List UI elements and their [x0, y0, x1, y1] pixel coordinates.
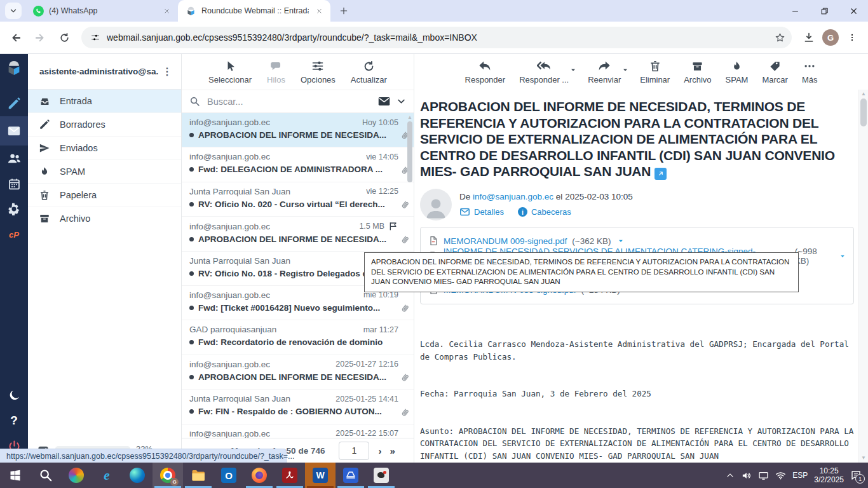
reply-all-button[interactable]: Responder ... — [519, 59, 569, 85]
next-page-button[interactable]: › — [378, 445, 381, 456]
java-app-button[interactable] — [366, 463, 397, 488]
chrome-button[interactable]: G — [153, 463, 183, 488]
folder-inbox[interactable]: Entrada — [28, 90, 181, 113]
back-button[interactable] — [5, 27, 27, 48]
cpanel-button[interactable]: cP — [0, 222, 28, 247]
message-row[interactable]: Junta Parroquial San Juan2025-01-25 14:4… — [182, 390, 414, 424]
reload-button[interactable] — [53, 27, 75, 48]
window-restore-button[interactable] — [810, 0, 839, 22]
unread-dot — [189, 133, 194, 137]
message-row[interactable]: Junta Parroquial San Juanvie 12:25 RV: O… — [182, 182, 414, 217]
profile-avatar[interactable]: G — [822, 29, 839, 46]
start-button[interactable] — [0, 463, 31, 488]
reply-button[interactable]: Responder — [465, 59, 506, 85]
details-link[interactable]: Detalles — [459, 207, 504, 217]
page-number-input[interactable] — [339, 442, 369, 460]
attachment-name[interactable]: MEMORANDUM 009-signed.pdf — [444, 236, 567, 246]
folder-spam[interactable]: SPAM — [28, 160, 181, 184]
search-options-chevron-icon[interactable] — [397, 97, 406, 106]
folder-label: Papelera — [60, 190, 97, 200]
help-button[interactable]: ? — [0, 408, 28, 433]
calendar-nav-button[interactable] — [0, 171, 28, 196]
external-link-icon[interactable] — [654, 168, 667, 180]
scanner-app-button[interactable] — [336, 463, 366, 488]
tab-close-icon[interactable] — [161, 6, 172, 16]
tab-roundcube[interactable]: Roundcube Webmail :: Entrada — [178, 0, 330, 22]
attachment-menu-icon[interactable] — [618, 238, 624, 244]
reply-all-caret-icon[interactable] — [570, 67, 576, 73]
wifi-icon[interactable] — [775, 470, 786, 481]
archive-icon — [38, 213, 51, 224]
bookmark-star-icon[interactable] — [775, 32, 785, 43]
reading-pane-scrollbar[interactable]: ▲ ▼ — [858, 90, 868, 463]
browser-menu-button[interactable] — [841, 27, 863, 48]
options-button[interactable]: Opciones — [301, 59, 336, 85]
last-page-button[interactable]: » — [390, 445, 394, 456]
threads-button[interactable]: Hilos — [267, 59, 285, 85]
window-close-button[interactable] — [839, 0, 868, 22]
volume-icon[interactable] — [741, 470, 752, 481]
message-row[interactable]: info@sanjuan.gob.ecHoy 10:05 APROBACION … — [182, 113, 414, 147]
tab-search-button[interactable] — [5, 3, 22, 19]
edge-button[interactable] — [122, 463, 153, 488]
delete-button[interactable]: Eliminar — [640, 59, 670, 85]
message-row[interactable]: info@sanjuan.gob.ecvie 14:05 Fwd: DELEGA… — [182, 147, 414, 182]
headers-link[interactable]: i Cabeceras — [518, 207, 571, 217]
language-indicator[interactable]: ESP — [792, 471, 808, 480]
from-line: De info@sanjuan.gob.ec el 2025-02-03 10:… — [459, 192, 633, 201]
window-minimize-button[interactable] — [780, 0, 810, 22]
mail-nav-button[interactable] — [0, 116, 28, 146]
pdf-file-icon — [428, 236, 438, 246]
paperclip-icon — [399, 200, 410, 211]
message-row[interactable]: info@sanjuan.gob.ec2025-01-22 15:07 — [182, 424, 414, 438]
outlook-button[interactable]: O — [214, 463, 244, 488]
compose-button[interactable] — [0, 91, 28, 116]
message-row[interactable]: GAD parroquiasanjuanmar 11:27 Fwd: Recor… — [182, 320, 414, 355]
taskbar-clock[interactable]: 10:25 3/2/2025 — [814, 466, 844, 484]
action-center-button[interactable]: 1 — [850, 470, 862, 481]
refresh-button[interactable]: Actualizar — [351, 59, 387, 85]
windows-taskbar: e G O W ESP 10:25 3/2/2025 1 — [0, 463, 868, 488]
message-row[interactable]: info@sanjuan.gob.ec2025-01-27 12:16 APRO… — [182, 355, 414, 390]
downloads-button[interactable] — [798, 27, 820, 48]
folder-drafts[interactable]: Borradores — [28, 113, 181, 137]
tray-expand-button[interactable] — [726, 471, 735, 480]
message-subject: APROBACION DEL INFORME DE NECESIDA... — [198, 130, 398, 140]
settings-nav-button[interactable] — [0, 196, 28, 222]
archive-button[interactable]: Archivo — [684, 59, 711, 85]
message-date: Hoy 10:05 — [362, 118, 398, 127]
forward-caret-icon[interactable] — [622, 67, 628, 73]
forward-button[interactable]: Reenviar — [588, 59, 621, 85]
tab-whatsapp[interactable]: (4) WhatsApp — [25, 0, 178, 22]
url-text[interactable]: webmail.sanjuan.gob.ec/cpsess9515392480/… — [107, 32, 768, 43]
list-scrollbar[interactable]: ▲ — [407, 114, 413, 182]
firefox-button[interactable] — [244, 463, 275, 488]
connect-display-icon[interactable] — [758, 470, 769, 481]
folder-trash[interactable]: Papelera — [28, 184, 181, 207]
search-input[interactable] — [206, 96, 372, 107]
scope-envelope-icon[interactable] — [377, 95, 391, 108]
taskbar-search-button[interactable] — [31, 463, 61, 488]
dark-mode-button[interactable] — [0, 383, 28, 408]
sender-address-link[interactable]: info@sanjuan.gob.ec — [473, 192, 553, 201]
attachment-menu-icon[interactable] — [839, 253, 846, 259]
select-button[interactable]: Seleccionar — [208, 59, 252, 85]
mark-button[interactable]: Marcar — [762, 59, 787, 85]
message-row[interactable]: info@sanjuan.gob.ec1.5 MB APROBACION DEL… — [182, 217, 414, 251]
acrobat-button[interactable] — [275, 463, 305, 488]
tab-close-icon[interactable] — [314, 6, 324, 16]
word-button[interactable]: W — [305, 463, 336, 488]
more-button[interactable]: Más — [802, 59, 818, 85]
account-menu-button[interactable]: ⋮ — [158, 65, 176, 78]
folder-sent[interactable]: Enviados — [28, 137, 181, 160]
forward-button[interactable] — [29, 27, 51, 48]
new-tab-button[interactable] — [336, 3, 352, 19]
folder-archive[interactable]: Archivo — [28, 207, 181, 230]
internet-explorer-button[interactable]: e — [92, 463, 122, 488]
file-explorer-button[interactable] — [183, 463, 214, 488]
address-bar[interactable]: webmail.sanjuan.gob.ec/cpsess9515392480/… — [81, 27, 792, 48]
spam-button[interactable]: SPAM — [726, 59, 749, 85]
cortana-button[interactable] — [61, 463, 92, 488]
contacts-nav-button[interactable] — [0, 146, 28, 171]
site-settings-icon[interactable] — [90, 32, 100, 43]
